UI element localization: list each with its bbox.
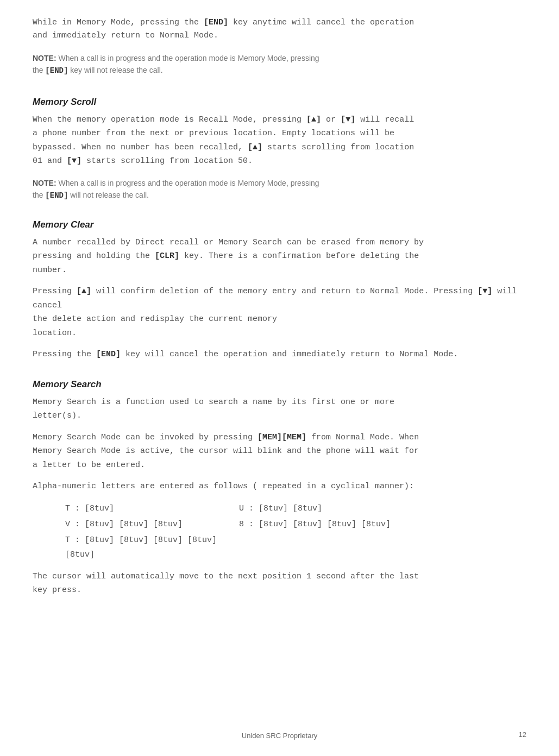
mc-para2-line3: location. (33, 329, 77, 338)
memory-search-alpha-intro: Alpha-numeric letters are entered as fol… (33, 480, 526, 494)
mc-para2-line2: the delete action and redisplay the curr… (33, 314, 277, 324)
mc-key-up: [▲] (77, 287, 91, 296)
footer-page-number: 12 (519, 730, 526, 740)
mc-para1-line1: A number recalled by Direct recall or Me… (33, 238, 424, 247)
msrch-para2-line1b: from Normal Mode. When (306, 433, 419, 442)
memory-search-body1: Memory Search is a function used to sear… (33, 395, 526, 423)
page-content: While in Memory Mode, pressing the [END]… (33, 16, 526, 597)
memory-clear-section: Memory Clear A number recalled by Direct… (33, 219, 526, 362)
alpha-row0-col2: U : [8tuv] [8tuv] (239, 501, 413, 516)
msrch-para3-line1: The cursor will automatically move to th… (33, 572, 419, 581)
footer-label: Uniden SRC Proprietary (242, 732, 317, 740)
msrch-para3-line2: key press. (33, 585, 81, 595)
intro-note: NOTE: When a call is in progress and the… (33, 52, 526, 77)
alpha-row-0: T : [8tuv] U : [8tuv] [8tuv] (65, 501, 526, 516)
ms-note-line2: the (33, 191, 45, 199)
mc-para2-line1: Pressing (33, 287, 77, 296)
memory-clear-body2: Pressing [▲] will confirm deletion of th… (33, 285, 526, 340)
memory-scroll-title: Memory Scroll (33, 97, 526, 108)
intro-note-line3: key will not release the call. (68, 66, 162, 74)
memory-clear-body3: Pressing the [END] key will cancel the o… (33, 348, 526, 362)
ms-para1-line1b: will recall (355, 115, 414, 124)
intro-section: While in Memory Mode, pressing the [END]… (33, 16, 526, 77)
mc-para1-line3: number. (33, 266, 67, 275)
page-number: 12 (519, 730, 526, 739)
intro-note-key: [END] (45, 66, 68, 75)
mc-para1-line2b: key. There is a confirmation before dele… (179, 251, 419, 261)
ms-para1-line1: When the memory operation mode is Recall… (33, 115, 306, 124)
msrch-para2-line3: a letter to be entered. (33, 461, 145, 470)
ms-note-label: NOTE: (33, 179, 56, 187)
ms-para1-line2: a phone number from the next or previous… (33, 129, 394, 138)
memory-search-body3: The cursor will automatically move to th… (33, 570, 526, 597)
mc-para2-line1b: will confirm deletion of the memory entr… (91, 287, 478, 296)
msrch-para2-line2: Memory Search Mode is active, the cursor… (33, 446, 419, 456)
alpha-row-1: V : [8tuv] [8tuv] [8tuv] 8 : [8tuv] [8tu… (65, 517, 526, 532)
alpha-row1-col2: 8 : [8tuv] [8tuv] [8tuv] [8tuv] (239, 517, 413, 532)
ms-key-down: [▼] (341, 115, 355, 124)
msrch-para1-line2: letter(s). (33, 411, 81, 420)
ms-para1-line4: 01 and (33, 156, 67, 166)
ms-note-key: [END] (45, 191, 68, 200)
alpha-row-2: T : [8tuv] [8tuv] [8tuv] [8tuv] [8tuv] (65, 533, 526, 562)
msrch-para1-line1: Memory Search is a function used to sear… (33, 398, 394, 407)
msrch-key-memmem: [MEM][MEM] (257, 433, 306, 442)
alpha-row1-col1: V : [8tuv] [8tuv] [8tuv] (65, 517, 239, 532)
intro-line3: and immediately return to Normal Mode. (33, 31, 218, 40)
ms-note: NOTE: When a call is in progress and the… (33, 177, 526, 202)
ms-key-down2: [▼] (67, 156, 81, 166)
intro-key1: [END] (204, 18, 228, 27)
intro-note-label: NOTE: (33, 54, 56, 62)
memory-search-body2: Memory Search Mode can be invoked by pre… (33, 431, 526, 472)
ms-para1-line3: bypassed. When no number has been recall… (33, 143, 248, 152)
mc-para1-line2: pressing and holding the (33, 251, 155, 261)
intro-paragraph: While in Memory Mode, pressing the [END]… (33, 16, 526, 42)
memory-search-section: Memory Search Memory Search is a functio… (33, 379, 526, 597)
footer: Uniden SRC Proprietary (0, 732, 559, 740)
msrch-para2-line1: Memory Search Mode can be invoked by pre… (33, 433, 257, 442)
memory-clear-body1: A number recalled by Direct recall or Me… (33, 236, 526, 278)
ms-para1-line3b: starts scrolling from location (262, 143, 414, 152)
ms-para1-line4b: starts scrolling from location 50. (81, 156, 253, 166)
msrch-alpha-intro: Alpha-numeric letters are entered as fol… (33, 482, 414, 491)
ms-note-line3: will not release the call. (68, 191, 149, 199)
alpha-row2-col2 (239, 533, 413, 562)
memory-scroll-section: Memory Scroll When the memory operation … (33, 97, 526, 202)
memory-scroll-body: When the memory operation mode is Recall… (33, 113, 526, 168)
ms-key-up: [▲] (306, 115, 321, 124)
mc-key-end: [END] (96, 350, 121, 359)
intro-note-text: When a call is in progress and the opera… (56, 54, 319, 62)
intro-line2: key anytime will cancel the operation (228, 18, 414, 27)
intro-line1: While in Memory Mode, pressing the (33, 18, 204, 27)
memory-search-title: Memory Search (33, 379, 526, 390)
memory-clear-title: Memory Clear (33, 219, 526, 230)
intro-note-line2: the (33, 66, 45, 74)
alpha-row0-col1: T : [8tuv] (65, 501, 239, 516)
mc-para3-line1b: key will cancel the operation and immedi… (121, 350, 458, 359)
ms-note-text: When a call is in progress and the opera… (56, 179, 319, 187)
alpha-table: T : [8tuv] U : [8tuv] [8tuv] V : [8tuv] … (65, 501, 526, 562)
mc-para3-line1: Pressing the (33, 350, 96, 359)
mc-key-down: [▼] (478, 287, 492, 296)
ms-para1-or: or (321, 115, 341, 124)
ms-key-up2: [▲] (248, 143, 262, 152)
alpha-row2-col1: T : [8tuv] [8tuv] [8tuv] [8tuv] [8tuv] (65, 533, 239, 562)
mc-key-clr: [CLR] (155, 251, 179, 261)
